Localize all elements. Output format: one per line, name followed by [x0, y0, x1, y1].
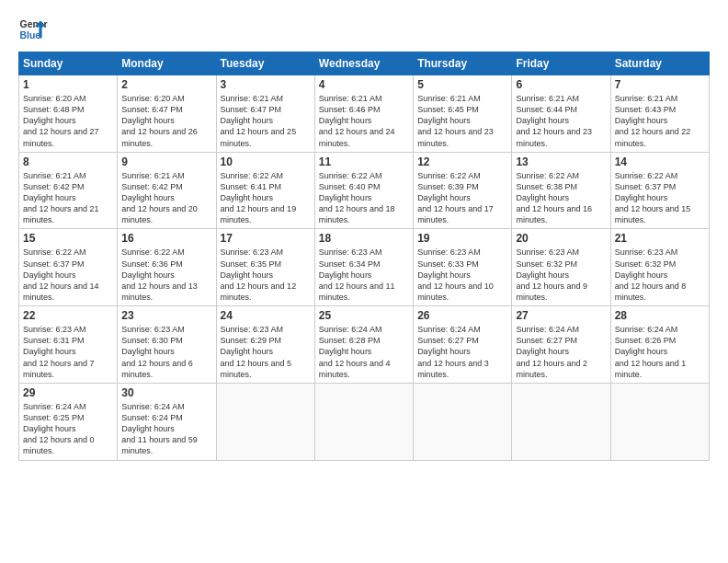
day-number: 27	[516, 309, 606, 322]
header: General Blue	[18, 15, 710, 44]
day-info: Sunrise: 6:22 AMSunset: 6:37 PMDaylight …	[23, 247, 113, 303]
col-saturday: Saturday	[610, 52, 709, 75]
day-cell-18: 18 Sunrise: 6:23 AMSunset: 6:34 PMDaylig…	[314, 229, 413, 306]
day-info: Sunrise: 6:22 AMSunset: 6:39 PMDaylight …	[417, 170, 507, 226]
day-number: 25	[319, 309, 409, 322]
day-number: 2	[121, 78, 211, 91]
day-info: Sunrise: 6:23 AMSunset: 6:32 PMDaylight …	[615, 247, 705, 303]
day-cell-20: 20 Sunrise: 6:23 AMSunset: 6:32 PMDaylig…	[512, 229, 610, 306]
day-number: 10	[221, 155, 311, 168]
day-cell-9: 9 Sunrise: 6:21 AMSunset: 6:42 PMDayligh…	[118, 152, 216, 229]
day-info: Sunrise: 6:20 AMSunset: 6:47 PMDaylight …	[121, 93, 211, 149]
day-number: 15	[23, 232, 113, 245]
day-info: Sunrise: 6:23 AMSunset: 6:30 PMDaylight …	[121, 324, 211, 380]
calendar-week-3: 15 Sunrise: 6:22 AMSunset: 6:37 PMDaylig…	[19, 229, 710, 306]
day-number: 29	[23, 386, 113, 399]
day-cell-13: 13 Sunrise: 6:22 AMSunset: 6:38 PMDaylig…	[512, 152, 610, 229]
day-cell-16: 16 Sunrise: 6:22 AMSunset: 6:36 PMDaylig…	[118, 229, 216, 306]
day-number: 6	[516, 78, 606, 91]
day-number: 11	[319, 155, 409, 168]
day-cell-14: 14 Sunrise: 6:22 AMSunset: 6:37 PMDaylig…	[610, 152, 709, 229]
day-info: Sunrise: 6:22 AMSunset: 6:37 PMDaylight …	[615, 170, 705, 226]
empty-cell	[414, 383, 512, 460]
day-info: Sunrise: 6:24 AMSunset: 6:27 PMDaylight …	[417, 324, 507, 380]
day-cell-29: 29 Sunrise: 6:24 AMSunset: 6:25 PMDaylig…	[19, 383, 118, 460]
day-number: 20	[516, 232, 606, 245]
day-number: 18	[319, 232, 409, 245]
day-number: 14	[615, 155, 705, 168]
day-info: Sunrise: 6:23 AMSunset: 6:33 PMDaylight …	[417, 247, 507, 303]
day-cell-8: 8 Sunrise: 6:21 AMSunset: 6:42 PMDayligh…	[19, 152, 118, 229]
day-info: Sunrise: 6:23 AMSunset: 6:32 PMDaylight …	[516, 247, 606, 303]
day-cell-23: 23 Sunrise: 6:23 AMSunset: 6:30 PMDaylig…	[118, 306, 216, 384]
day-info: Sunrise: 6:21 AMSunset: 6:47 PMDaylight …	[221, 93, 311, 149]
day-number: 16	[121, 232, 211, 245]
day-info: Sunrise: 6:24 AMSunset: 6:25 PMDaylight …	[23, 401, 113, 457]
day-cell-22: 22 Sunrise: 6:23 AMSunset: 6:31 PMDaylig…	[19, 306, 118, 384]
day-cell-28: 28 Sunrise: 6:24 AMSunset: 6:26 PMDaylig…	[610, 306, 709, 384]
day-number: 3	[221, 78, 311, 91]
day-cell-12: 12 Sunrise: 6:22 AMSunset: 6:39 PMDaylig…	[414, 152, 512, 229]
day-number: 30	[121, 386, 211, 399]
empty-cell	[216, 383, 314, 460]
day-cell-5: 5 Sunrise: 6:21 AMSunset: 6:45 PMDayligh…	[414, 75, 512, 153]
day-info: Sunrise: 6:24 AMSunset: 6:26 PMDaylight …	[615, 324, 705, 380]
day-cell-15: 15 Sunrise: 6:22 AMSunset: 6:37 PMDaylig…	[19, 229, 118, 306]
day-number: 24	[221, 309, 311, 322]
logo-icon: General Blue	[18, 15, 48, 44]
col-friday: Friday	[512, 52, 610, 75]
day-cell-17: 17 Sunrise: 6:23 AMSunset: 6:35 PMDaylig…	[216, 229, 314, 306]
col-monday: Monday	[118, 52, 216, 75]
calendar-week-5: 29 Sunrise: 6:24 AMSunset: 6:25 PMDaylig…	[19, 383, 710, 460]
day-info: Sunrise: 6:22 AMSunset: 6:40 PMDaylight …	[319, 170, 409, 226]
day-info: Sunrise: 6:23 AMSunset: 6:35 PMDaylight …	[221, 247, 311, 303]
logo: General Blue	[18, 15, 48, 44]
svg-text:Blue: Blue	[20, 30, 41, 40]
day-number: 22	[23, 309, 113, 322]
header-row: Sunday Monday Tuesday Wednesday Thursday…	[19, 52, 710, 75]
calendar-week-2: 8 Sunrise: 6:21 AMSunset: 6:42 PMDayligh…	[19, 152, 710, 229]
day-number: 19	[417, 232, 507, 245]
day-number: 12	[417, 155, 507, 168]
day-cell-21: 21 Sunrise: 6:23 AMSunset: 6:32 PMDaylig…	[610, 229, 709, 306]
day-number: 1	[23, 78, 113, 91]
day-cell-1: 1 Sunrise: 6:20 AMSunset: 6:48 PMDayligh…	[19, 75, 118, 153]
day-info: Sunrise: 6:21 AMSunset: 6:42 PMDaylight …	[23, 170, 113, 226]
day-cell-30: 30 Sunrise: 6:24 AMSunset: 6:24 PMDaylig…	[118, 383, 216, 460]
col-tuesday: Tuesday	[216, 52, 314, 75]
calendar-week-4: 22 Sunrise: 6:23 AMSunset: 6:31 PMDaylig…	[19, 306, 710, 384]
day-cell-7: 7 Sunrise: 6:21 AMSunset: 6:43 PMDayligh…	[610, 75, 709, 153]
day-info: Sunrise: 6:22 AMSunset: 6:41 PMDaylight …	[221, 170, 311, 226]
day-info: Sunrise: 6:21 AMSunset: 6:46 PMDaylight …	[319, 93, 409, 149]
day-info: Sunrise: 6:24 AMSunset: 6:27 PMDaylight …	[516, 324, 606, 380]
day-info: Sunrise: 6:23 AMSunset: 6:34 PMDaylight …	[319, 247, 409, 303]
day-number: 26	[417, 309, 507, 322]
day-cell-3: 3 Sunrise: 6:21 AMSunset: 6:47 PMDayligh…	[216, 75, 314, 153]
day-info: Sunrise: 6:22 AMSunset: 6:38 PMDaylight …	[516, 170, 606, 226]
day-info: Sunrise: 6:21 AMSunset: 6:45 PMDaylight …	[417, 93, 507, 149]
day-number: 21	[615, 232, 705, 245]
day-info: Sunrise: 6:22 AMSunset: 6:36 PMDaylight …	[121, 247, 211, 303]
day-cell-4: 4 Sunrise: 6:21 AMSunset: 6:46 PMDayligh…	[314, 75, 413, 153]
empty-cell	[314, 383, 413, 460]
day-info: Sunrise: 6:23 AMSunset: 6:31 PMDaylight …	[23, 324, 113, 380]
day-cell-11: 11 Sunrise: 6:22 AMSunset: 6:40 PMDaylig…	[314, 152, 413, 229]
day-cell-2: 2 Sunrise: 6:20 AMSunset: 6:47 PMDayligh…	[118, 75, 216, 153]
day-info: Sunrise: 6:23 AMSunset: 6:29 PMDaylight …	[221, 324, 311, 380]
day-cell-25: 25 Sunrise: 6:24 AMSunset: 6:28 PMDaylig…	[314, 306, 413, 384]
day-number: 7	[615, 78, 705, 91]
empty-cell	[610, 383, 709, 460]
col-wednesday: Wednesday	[314, 52, 413, 75]
calendar-table: Sunday Monday Tuesday Wednesday Thursday…	[18, 52, 710, 461]
day-info: Sunrise: 6:24 AMSunset: 6:24 PMDaylight …	[121, 401, 211, 457]
day-info: Sunrise: 6:21 AMSunset: 6:43 PMDaylight …	[615, 93, 705, 149]
day-number: 17	[221, 232, 311, 245]
calendar-page: General Blue Sunday Monday Tuesday Wedne…	[0, 0, 728, 563]
day-cell-26: 26 Sunrise: 6:24 AMSunset: 6:27 PMDaylig…	[414, 306, 512, 384]
day-info: Sunrise: 6:21 AMSunset: 6:42 PMDaylight …	[121, 170, 211, 226]
day-cell-10: 10 Sunrise: 6:22 AMSunset: 6:41 PMDaylig…	[216, 152, 314, 229]
day-cell-27: 27 Sunrise: 6:24 AMSunset: 6:27 PMDaylig…	[512, 306, 610, 384]
day-number: 4	[319, 78, 409, 91]
day-number: 23	[121, 309, 211, 322]
day-number: 13	[516, 155, 606, 168]
